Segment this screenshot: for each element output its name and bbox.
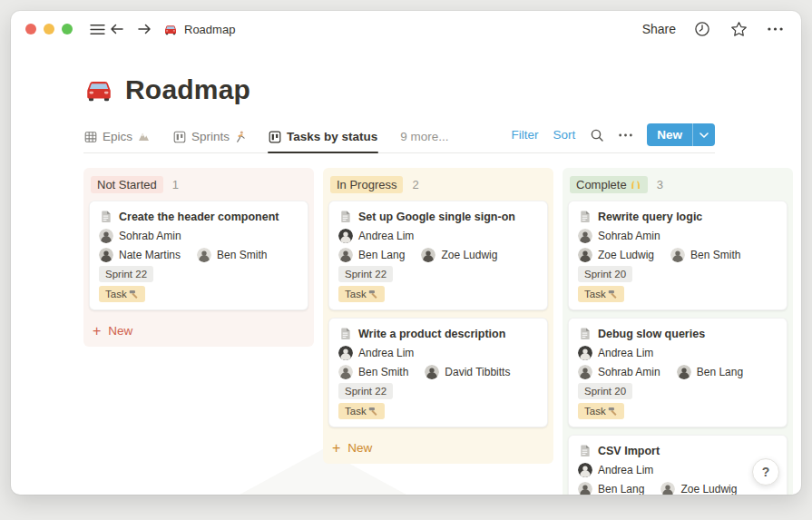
sidebar-menu-icon[interactable] bbox=[87, 19, 107, 39]
tab-epics[interactable]: Epics bbox=[83, 130, 151, 152]
plus-icon: + bbox=[93, 325, 101, 338]
page-icon bbox=[578, 210, 592, 223]
filter-button[interactable]: Filter bbox=[511, 128, 538, 142]
add-card-button[interactable]: + New bbox=[89, 318, 308, 339]
breadcrumb-title: Roadmap bbox=[184, 23, 235, 36]
table-icon bbox=[84, 131, 97, 143]
sprint-tag: Sprint 22 bbox=[338, 383, 393, 399]
person-name: Ben Lang bbox=[697, 366, 743, 378]
person-name: Ben Lang bbox=[598, 483, 644, 495]
sprint-tag: Sprint 20 bbox=[578, 383, 632, 399]
person-name: Zoe Ludwig bbox=[598, 249, 654, 261]
avatar bbox=[660, 482, 675, 495]
favorite-star-icon[interactable] bbox=[729, 19, 748, 39]
new-button[interactable]: New bbox=[647, 123, 715, 146]
breadcrumb[interactable]: Roadmap bbox=[163, 23, 235, 36]
task-card[interactable]: Debug slow queries Andrea Lim Sohrab Ami… bbox=[568, 318, 788, 427]
task-card[interactable]: Write a product description Andrea Lim B… bbox=[328, 318, 548, 427]
column-not-started: Not Started 1 Create the header componen… bbox=[83, 168, 314, 347]
sprint-tag: Sprint 22 bbox=[338, 266, 393, 282]
person-name: Nate Martins bbox=[119, 249, 181, 261]
board-icon bbox=[173, 131, 186, 143]
plus-icon: + bbox=[332, 442, 340, 455]
avatar bbox=[578, 463, 592, 477]
page-icon bbox=[338, 210, 352, 223]
card-title: Create the header component bbox=[119, 211, 279, 223]
page-icon bbox=[578, 444, 592, 457]
task-tag: Task bbox=[338, 286, 385, 302]
notion-window: Roadmap Share Roadmap bbox=[11, 11, 801, 495]
task-card[interactable]: Create the header component Sohrab Amin … bbox=[89, 201, 308, 310]
search-icon[interactable] bbox=[590, 128, 604, 142]
avatar bbox=[578, 346, 592, 360]
task-tag: Task bbox=[99, 286, 145, 302]
hammer-icon bbox=[608, 289, 618, 299]
hammer-icon bbox=[368, 407, 378, 417]
person-name: Ben Smith bbox=[358, 366, 408, 378]
page-icon bbox=[99, 210, 113, 223]
view-tabbar: Epics Sprints bbox=[83, 123, 715, 153]
card-title: Write a product description bbox=[358, 328, 505, 340]
person-name: Sohrab Amin bbox=[598, 366, 660, 378]
kanban-board: Not Started 1 Create the header componen… bbox=[11, 168, 801, 495]
avatar bbox=[421, 248, 435, 262]
share-button[interactable]: Share bbox=[642, 22, 676, 36]
forward-arrow-icon[interactable] bbox=[134, 19, 154, 39]
window-controls bbox=[25, 24, 73, 34]
runner-icon bbox=[235, 131, 245, 142]
page-car-icon[interactable] bbox=[83, 77, 114, 103]
sort-button[interactable]: Sort bbox=[553, 128, 575, 142]
card-title: Set up Google single sign-on bbox=[358, 211, 515, 223]
task-card[interactable]: Set up Google single sign-on Andrea Lim … bbox=[328, 201, 548, 310]
task-card[interactable]: Rewrite query logic Sohrab Amin Zoe Ludw… bbox=[568, 201, 788, 310]
view-toolbar: Filter Sort New bbox=[511, 123, 715, 152]
avatar bbox=[670, 248, 685, 262]
column-count: 3 bbox=[657, 178, 663, 191]
page-icon bbox=[338, 327, 352, 340]
more-views-button[interactable]: 9 more... bbox=[400, 130, 448, 152]
hammer-icon bbox=[129, 289, 139, 299]
desktop-background: Roadmap Share Roadmap bbox=[0, 0, 812, 520]
view-options-icon[interactable] bbox=[619, 133, 632, 137]
sprint-tag: Sprint 20 bbox=[578, 266, 632, 282]
column-header[interactable]: Not Started 1 bbox=[89, 172, 308, 201]
person-name: Andrea Lim bbox=[358, 230, 414, 242]
avatar bbox=[578, 229, 592, 243]
page-header: Roadmap bbox=[83, 71, 801, 109]
updates-clock-icon[interactable] bbox=[692, 19, 712, 39]
sprint-tag: Sprint 22 bbox=[99, 266, 153, 282]
avatar bbox=[425, 365, 439, 379]
task-tag: Task bbox=[578, 403, 624, 419]
person-name: Sohrab Amin bbox=[598, 230, 660, 242]
card-title: Rewrite query logic bbox=[598, 211, 702, 223]
person-name: Ben Smith bbox=[690, 249, 740, 261]
page-title[interactable]: Roadmap bbox=[125, 74, 250, 105]
tab-sprints[interactable]: Sprints bbox=[172, 130, 246, 152]
close-window-button[interactable] bbox=[25, 24, 36, 34]
more-options-icon[interactable] bbox=[765, 19, 785, 39]
person-name: Zoe Ludwig bbox=[680, 483, 737, 495]
hammer-icon bbox=[608, 407, 618, 417]
chevron-down-icon[interactable] bbox=[692, 123, 715, 146]
status-badge: Complete bbox=[570, 176, 648, 193]
avatar bbox=[578, 482, 592, 495]
tab-tasks-by-status[interactable]: Tasks by status bbox=[268, 130, 378, 152]
person-name: David Tibbitts bbox=[445, 366, 510, 378]
task-tag: Task bbox=[338, 403, 385, 419]
zoom-window-button[interactable] bbox=[62, 24, 73, 34]
help-button[interactable]: ? bbox=[752, 458, 779, 486]
avatar bbox=[677, 365, 691, 379]
add-card-button[interactable]: + New bbox=[328, 435, 548, 456]
back-arrow-icon[interactable] bbox=[107, 19, 127, 39]
column-header[interactable]: Complete 3 bbox=[568, 172, 788, 201]
minimize-window-button[interactable] bbox=[44, 24, 54, 34]
titlebar: Roadmap Share bbox=[11, 11, 801, 47]
column-count: 1 bbox=[172, 178, 179, 191]
avatar bbox=[578, 248, 592, 262]
person-name: Andrea Lim bbox=[598, 347, 653, 359]
board-icon bbox=[269, 131, 281, 143]
person-name: Ben Lang bbox=[358, 249, 405, 261]
status-badge: Not Started bbox=[91, 176, 163, 193]
column-header[interactable]: In Progress 2 bbox=[328, 172, 548, 201]
status-badge: In Progress bbox=[330, 176, 403, 193]
